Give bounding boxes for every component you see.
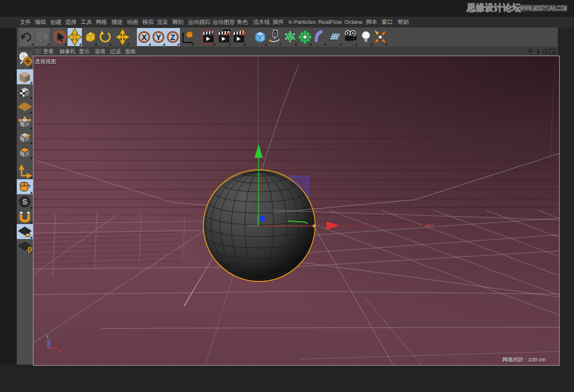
svg-text:S: S <box>22 198 27 206</box>
svg-text:Y: Y <box>46 334 50 339</box>
svg-text:X: X <box>142 33 147 42</box>
svg-text:X: X <box>59 348 62 354</box>
svg-text:Y: Y <box>156 33 161 42</box>
svg-text:Z: Z <box>170 33 175 42</box>
